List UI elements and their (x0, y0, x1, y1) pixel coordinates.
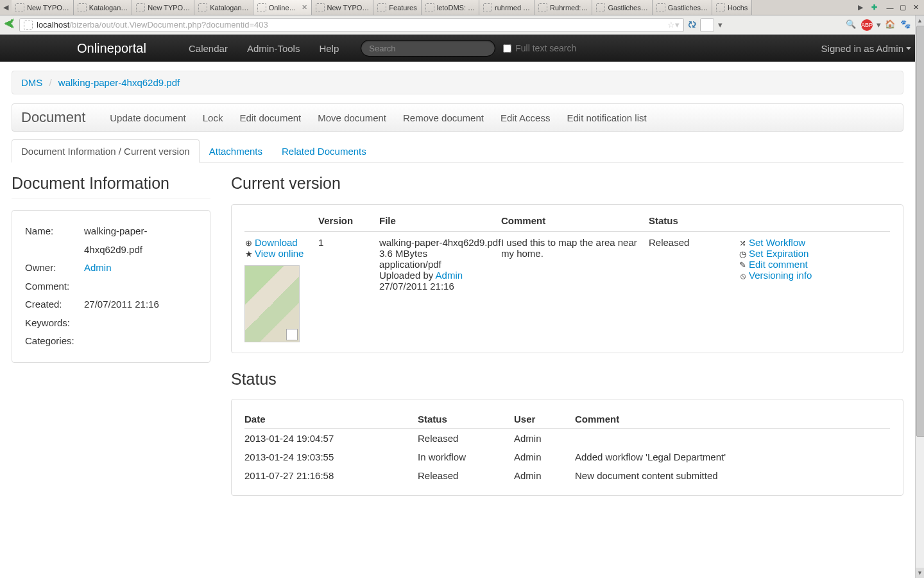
favicon-icon (15, 3, 24, 12)
window-minimize-icon[interactable]: — (886, 4, 894, 12)
created-value: 27/07/2011 21:16 (84, 295, 197, 314)
window-close-icon[interactable]: ✕ (911, 3, 920, 12)
name-value: walking-paper-4hxq62d9.pdf (84, 222, 197, 259)
full-text-search-toggle[interactable]: Full text search (503, 43, 576, 53)
content-tab[interactable]: Related Documents (272, 139, 376, 162)
breadcrumb-sep: / (46, 77, 56, 88)
status-date: 2013-01-24 19:04:57 (244, 429, 418, 448)
versioning-info-link[interactable]: Versioning info (749, 270, 812, 281)
breadcrumb-root[interactable]: DMS (21, 77, 42, 88)
nav-link[interactable]: Calendar (180, 37, 237, 60)
window-tab[interactable]: Gastliches… (653, 0, 712, 15)
back-button-icon[interactable]: ⮜ (4, 18, 15, 31)
bookmark-star-icon[interactable]: ☆▾ (667, 20, 680, 30)
window-tab[interactable]: Features (373, 0, 421, 15)
search-input[interactable]: Search (361, 40, 495, 57)
browser-tool-button[interactable] (700, 18, 714, 32)
file-name: walking-paper-4hxq62d9.pdf (379, 237, 501, 248)
owner-link[interactable]: Admin (84, 262, 112, 273)
status-row: 2013-01-24 19:04:57ReleasedAdmin (244, 429, 890, 448)
comment-value (84, 277, 197, 296)
col-date: Date (244, 410, 418, 429)
current-version-heading: Current version (231, 174, 903, 193)
doc-action-link[interactable]: Edit notification list (567, 112, 646, 123)
favicon-icon (425, 3, 434, 12)
window-tab[interactable]: Gastliches… (592, 0, 652, 15)
window-tab[interactable]: Hochs (712, 0, 752, 15)
tab-scroll-left[interactable]: ◀ (0, 0, 12, 15)
full-text-checkbox[interactable] (503, 44, 511, 53)
download-link[interactable]: Download (255, 237, 298, 248)
nav-link[interactable]: Admin-Tools (238, 37, 309, 60)
content-tab[interactable]: Document Information / Current version (12, 139, 200, 162)
clock-icon: ◷ (739, 249, 747, 259)
tab-title: Online… (269, 4, 296, 12)
favicon-icon (78, 3, 87, 12)
scrollbar-thumb[interactable] (916, 26, 924, 437)
doc-action-link[interactable]: Update document (110, 112, 185, 123)
tab-title: letoDMS: … (437, 4, 475, 12)
reload-icon[interactable]: 🗘 (688, 20, 696, 30)
status-comment: Added workflow 'Legal Department' (575, 448, 890, 466)
nav-link[interactable]: Help (310, 37, 348, 60)
keywords-label: Keywords: (25, 314, 84, 333)
reader-icon[interactable]: 🔍 (846, 19, 857, 31)
col-file: File (379, 215, 501, 232)
scroll-up-icon[interactable]: ▲ (916, 15, 924, 26)
breadcrumb-doc[interactable]: walking-paper-4hxq62d9.pdf (58, 77, 180, 88)
extension-icon[interactable]: 🐾 (900, 19, 912, 31)
window-tab[interactable]: Ruhrmed:… (535, 0, 592, 15)
adblock-icon[interactable]: ABP (861, 19, 873, 31)
breadcrumb: DMS / walking-paper-4hxq62d9.pdf (12, 71, 903, 94)
tab-title: Gastliches… (608, 4, 647, 12)
brand[interactable]: Onlineportal (77, 41, 146, 56)
window-maximize-icon[interactable]: ▢ (898, 3, 907, 12)
window-tab[interactable]: Online…✕ (253, 0, 312, 15)
status-comment: New document content submitted (575, 466, 890, 485)
uploaded-by-label: Uploaded by (379, 270, 436, 281)
content-tab[interactable]: Attachments (200, 139, 272, 162)
window-tab[interactable]: ruhrmed … (479, 0, 535, 15)
new-tab-button[interactable]: ✚ (866, 0, 882, 15)
doc-action-link[interactable]: Move document (318, 112, 386, 123)
created-label: Created: (25, 295, 84, 314)
url-host: localhost (37, 20, 69, 30)
window-tab[interactable]: New TYPO… (12, 0, 74, 15)
document-thumbnail[interactable] (244, 265, 300, 342)
status-date: 2013-01-24 19:03:55 (244, 448, 418, 466)
site-identity-icon[interactable] (24, 21, 33, 30)
tab-title: Ruhrmed:… (550, 4, 588, 12)
favicon-icon (483, 3, 492, 12)
doc-action-link[interactable]: Remove document (403, 112, 484, 123)
tab-title: Gastliches… (668, 4, 708, 12)
window-tab[interactable]: New TYPO… (312, 0, 374, 15)
home-icon[interactable]: 🏠 (885, 19, 896, 31)
window-tab[interactable]: letoDMS: … (422, 0, 479, 15)
vertical-scrollbar[interactable]: ▲ ▼ (915, 15, 924, 521)
doc-action-link[interactable]: Lock (203, 112, 223, 123)
edit-comment-link[interactable]: Edit comment (749, 259, 808, 270)
uploaded-by-link[interactable]: Admin (436, 270, 463, 281)
doc-action-link[interactable]: Edit document (239, 112, 301, 123)
tab-close-icon[interactable]: ✕ (302, 3, 307, 12)
set-workflow-link[interactable]: Set Workflow (749, 237, 805, 248)
version-status: Released (649, 232, 739, 343)
window-tab[interactable]: Katalogan… (194, 0, 253, 15)
favicon-icon (136, 3, 145, 12)
window-tab[interactable]: New TYPO… (132, 0, 194, 15)
tab-title: ruhrmed … (495, 4, 530, 12)
shuffle-icon: ⤮ (739, 238, 747, 248)
content-tabs: Document Information / Current versionAt… (12, 139, 903, 162)
col-comment2: Comment (575, 410, 890, 429)
keywords-value (84, 314, 197, 333)
view-online-link[interactable]: View online (255, 248, 304, 259)
url-bar[interactable]: localhost/bizerba/out/out.ViewDocument.p… (19, 18, 684, 32)
set-expiration-link[interactable]: Set Expiration (749, 248, 809, 259)
col-status: Status (649, 215, 739, 232)
status-user: Admin (514, 429, 575, 448)
signed-in-dropdown[interactable]: Signed in as Admin (821, 43, 911, 54)
tab-scroll-right[interactable]: ▶ (855, 0, 866, 15)
favicon-icon (257, 3, 266, 12)
window-tab[interactable]: Katalogan… (74, 0, 133, 15)
doc-action-link[interactable]: Edit Access (501, 112, 551, 123)
